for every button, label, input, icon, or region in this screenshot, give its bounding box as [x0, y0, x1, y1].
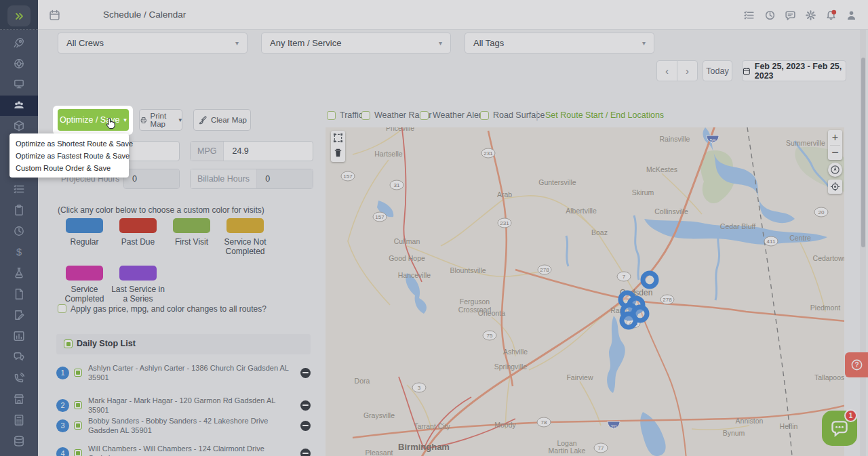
hand-cursor: [104, 117, 117, 130]
optimize-menu-item-2[interactable]: Optimize as Fastest Route & Save: [9, 149, 129, 161]
optimize-menu-item-3[interactable]: Custom Route Order & Save: [9, 161, 129, 173]
optimize-save-button[interactable]: Optimize / Save ▾: [58, 109, 129, 131]
optimize-menu-item-1[interactable]: Optimize as Shortest Route & Save: [9, 137, 129, 149]
page-dim-overlay: [0, 0, 868, 456]
optimize-menu: Optimize as Shortest Route & SaveOptimiz…: [9, 133, 129, 178]
app-window: $ Schedule / Calendar All Crews▾ Any Ite…: [0, 0, 868, 456]
chevron-down-icon: ▾: [123, 117, 127, 123]
